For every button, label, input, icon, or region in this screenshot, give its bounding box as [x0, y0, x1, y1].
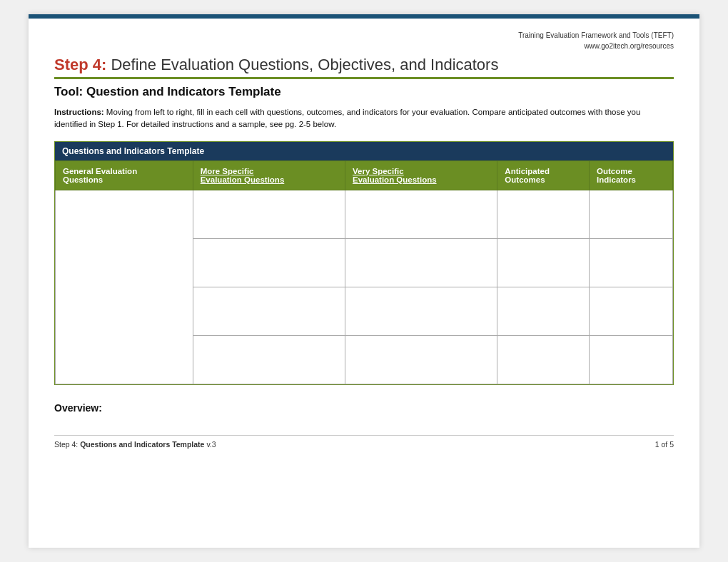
- step-label: Step 4:: [54, 56, 106, 73]
- footer-left: Step 4: Questions and Indicators Templat…: [54, 440, 216, 449]
- cell-anticipated-1[interactable]: [497, 190, 590, 238]
- table-row: [56, 190, 673, 238]
- green-rule: [54, 77, 674, 79]
- cell-anticipated-2[interactable]: [497, 238, 590, 287]
- col-header-outcome: Outcome Indicators: [590, 160, 673, 190]
- cell-outcome-2[interactable]: [590, 238, 673, 287]
- instructions: Instructions: Moving from left to right,…: [54, 106, 674, 131]
- col-header-general: General Evaluation Questions: [56, 160, 193, 190]
- top-right-info: Training Evaluation Framework and Tools …: [54, 30, 674, 51]
- table-header-row: General Evaluation Questions More Specif…: [56, 160, 673, 190]
- table-container: Questions and Indicators Template Genera…: [54, 141, 674, 385]
- step-heading: Step 4: Define Evaluation Questions, Obj…: [54, 56, 674, 74]
- col-header-more-specific: More Specific Evaluation Questions: [193, 160, 345, 190]
- col-header-very-specific: Very Specific Evaluation Questions: [345, 160, 497, 190]
- cell-outcome-3[interactable]: [590, 287, 673, 335]
- instructions-text: Moving from left to right, fill in each …: [54, 108, 640, 128]
- cell-outcome-1[interactable]: [590, 190, 673, 238]
- overview-section: Overview:: [54, 402, 674, 414]
- cell-anticipated-3[interactable]: [497, 287, 590, 335]
- cell-very-3[interactable]: [345, 287, 497, 335]
- tool-heading: Tool: Question and Indicators Template: [54, 85, 674, 99]
- footer-version: v.3: [204, 440, 216, 449]
- footer-step-prefix: Step 4:: [54, 440, 80, 449]
- footer: Step 4: Questions and Indicators Templat…: [54, 435, 674, 449]
- col-header-anticipated: Anticipated Outcomes: [497, 160, 590, 190]
- cell-more-2[interactable]: [193, 238, 345, 287]
- org-url: www.go2itech.org/resources: [54, 41, 674, 51]
- cell-outcome-4[interactable]: [590, 335, 673, 384]
- org-title: Training Evaluation Framework and Tools …: [54, 30, 674, 41]
- overview-label: Overview:: [54, 402, 674, 414]
- cell-more-1[interactable]: [193, 190, 345, 238]
- step-heading-rest: Define Evaluation Questions, Objectives,…: [106, 56, 498, 73]
- cell-very-1[interactable]: [345, 190, 497, 238]
- page: Training Evaluation Framework and Tools …: [29, 14, 699, 548]
- cell-very-4[interactable]: [345, 335, 497, 384]
- instructions-bold: Instructions:: [54, 108, 104, 116]
- table-title-bar: Questions and Indicators Template: [55, 142, 673, 160]
- cell-anticipated-4[interactable]: [497, 335, 590, 384]
- footer-step-bold: Questions and Indicators Template: [80, 440, 204, 449]
- footer-right: 1 of 5: [655, 440, 674, 449]
- cell-very-2[interactable]: [345, 238, 497, 287]
- cell-more-3[interactable]: [193, 287, 345, 335]
- qi-table: General Evaluation Questions More Specif…: [55, 160, 673, 384]
- cell-more-4[interactable]: [193, 335, 345, 384]
- cell-general-1[interactable]: [56, 190, 193, 384]
